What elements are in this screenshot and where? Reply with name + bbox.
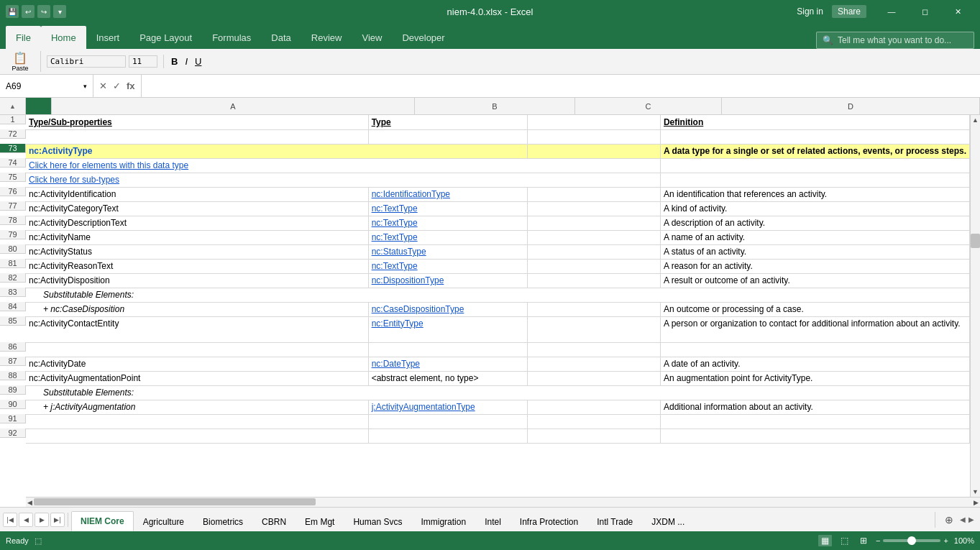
sheet-tab-human-svcs[interactable]: Human Svcs (344, 511, 411, 531)
cell-d88[interactable]: An augmentation point for ActivityType. (660, 371, 969, 385)
cell-b72[interactable] (368, 129, 527, 144)
cell-reference[interactable]: A69 ▾ (0, 75, 93, 97)
cell-d78[interactable]: A description of an activity. (660, 216, 969, 230)
row-num-89[interactable]: 89 (0, 385, 26, 395)
row-num-90[interactable]: 90 (0, 400, 26, 409)
paste-btn[interactable]: 📋Paste (6, 51, 35, 72)
cell-c84[interactable] (527, 302, 660, 316)
zoom-in-btn[interactable]: + (943, 536, 948, 545)
cell-b79[interactable]: nc:TextType (368, 230, 527, 244)
cell-b84[interactable]: nc:CaseDispositionType (368, 302, 527, 316)
row-num-91[interactable]: 91 (0, 414, 26, 423)
sheet-first-btn[interactable]: |◀ (3, 513, 17, 527)
cell-c82[interactable] (527, 273, 660, 288)
row-num-88[interactable]: 88 (0, 371, 26, 380)
row-num-78[interactable]: 78 (0, 216, 26, 225)
minimize-button[interactable]: — (875, 0, 908, 23)
horizontal-scrollbar[interactable]: ◀ ▶ (26, 497, 980, 507)
sheet-tab-intel[interactable]: Intel (475, 511, 510, 531)
row-num-81[interactable]: 81 (0, 259, 26, 268)
cell-d79[interactable]: A name of an activity. (660, 230, 969, 244)
scroll-right-btn[interactable]: ▶ (972, 498, 980, 508)
zoom-control[interactable]: − + 100% (876, 536, 974, 545)
row-num-83[interactable]: 83 (0, 288, 26, 297)
cell-b82[interactable]: nc:DispositionType (368, 273, 527, 288)
row-num-75[interactable]: 75 (0, 173, 26, 182)
cell-d80[interactable]: A status of an activity. (660, 244, 969, 259)
sheet-tab-biometrics[interactable]: Biometrics (193, 511, 252, 531)
cell-c76[interactable] (527, 187, 660, 201)
cell-a91[interactable] (26, 414, 368, 428)
row-num-79[interactable]: 79 (0, 230, 26, 239)
cell-b86[interactable] (368, 342, 527, 357)
cell-c85[interactable] (527, 316, 660, 342)
cell-b76[interactable]: nc:IdentificationType (368, 187, 527, 201)
vertical-scrollbar[interactable]: ▲ ▼ (970, 115, 980, 497)
cell-a82[interactable]: nc:ActivityDisposition (26, 273, 368, 288)
cell-c90[interactable] (527, 400, 660, 414)
sheet-tab-agriculture[interactable]: Agriculture (134, 511, 193, 531)
underline-btn[interactable]: U (192, 55, 204, 68)
cell-a88[interactable]: nc:ActivityAugmentationPoint (26, 371, 368, 385)
cell-b78[interactable]: nc:TextType (368, 216, 527, 230)
view-normal-icon[interactable]: ▦ (818, 535, 832, 546)
cell-d74[interactable] (660, 158, 969, 173)
scroll-down-btn[interactable]: ▼ (971, 487, 980, 497)
cell-a90[interactable]: + j:ActivityAugmentation (26, 400, 368, 414)
cell-b87[interactable]: nc:DateType (368, 357, 527, 371)
row-num-84[interactable]: 84 (0, 302, 26, 311)
cell-b88[interactable]: <abstract element, no type> (368, 371, 527, 385)
cell-c91[interactable] (527, 414, 660, 428)
col-header-a[interactable]: A (52, 98, 415, 114)
close-button[interactable]: ✕ (941, 0, 974, 23)
sheet-scroll-left[interactable]: ◀ (960, 515, 966, 523)
cancel-formula-icon[interactable]: ✕ (99, 81, 107, 91)
cell-c92[interactable] (527, 428, 660, 443)
col-header-c[interactable]: C (575, 98, 722, 114)
cell-d73[interactable]: A data type for a single or set of relat… (660, 144, 969, 158)
sheet-tab-immigration[interactable]: Immigration (411, 511, 475, 531)
cell-b85[interactable]: nc:EntityType (368, 316, 527, 342)
cell-a77[interactable]: nc:ActivityCategoryText (26, 201, 368, 216)
share-button[interactable]: Share (832, 5, 866, 18)
cell-a89[interactable]: Substitutable Elements: (26, 385, 970, 400)
save-icon[interactable]: 💾 (6, 5, 19, 18)
view-break-icon[interactable]: ⊞ (857, 535, 870, 546)
cell-a79[interactable]: nc:ActivityName (26, 230, 368, 244)
cell-b77[interactable]: nc:TextType (368, 201, 527, 216)
cell-b81[interactable]: nc:TextType (368, 259, 527, 273)
h-scroll-track[interactable] (34, 498, 972, 507)
zoom-thumb[interactable] (907, 536, 916, 545)
cell-d85[interactable]: A person or organization to contact for … (660, 316, 969, 342)
cell-a78[interactable]: nc:ActivityDescriptionText (26, 216, 368, 230)
row-num-1[interactable]: 1 (0, 115, 26, 124)
ribbon-search[interactable]: 🔍 Tell me what you want to do... (816, 32, 974, 49)
cell-a92[interactable] (26, 428, 368, 443)
tab-home[interactable]: Home (41, 26, 86, 49)
zoom-slider[interactable] (883, 539, 940, 542)
cell-a76[interactable]: nc:ActivityIdentification (26, 187, 368, 201)
sheet-scroll-right[interactable]: ▶ (968, 515, 974, 523)
insert-function-icon[interactable]: fx (127, 81, 135, 91)
cell-c79[interactable] (527, 230, 660, 244)
cell-d87[interactable]: A date of an activity. (660, 357, 969, 371)
col-header-row-num[interactable] (26, 98, 52, 114)
cell-c80[interactable] (527, 244, 660, 259)
cell-c81[interactable] (527, 259, 660, 273)
cell-c77[interactable] (527, 201, 660, 216)
sheet-tab-jxdm[interactable]: JXDM ... (642, 511, 694, 531)
customize-icon[interactable]: ▾ (53, 5, 66, 18)
cell-d86[interactable] (660, 342, 969, 357)
scroll-left-btn[interactable]: ◀ (26, 498, 34, 508)
cell-d84[interactable]: An outcome or processing of a case. (660, 302, 969, 316)
cell-a72[interactable] (26, 129, 368, 144)
sheet-tab-niem-core[interactable]: NIEM Core (71, 511, 134, 531)
row-num-86[interactable]: 86 (0, 342, 26, 352)
cell-c78[interactable] (527, 216, 660, 230)
cell-d92[interactable] (660, 428, 969, 443)
view-layout-icon[interactable]: ⬚ (838, 535, 851, 546)
row-num-87[interactable]: 87 (0, 357, 26, 366)
row-num-80[interactable]: 80 (0, 244, 26, 254)
sheet-tab-em-mgt[interactable]: Em Mgt (296, 511, 344, 531)
tab-review[interactable]: Review (301, 26, 352, 49)
